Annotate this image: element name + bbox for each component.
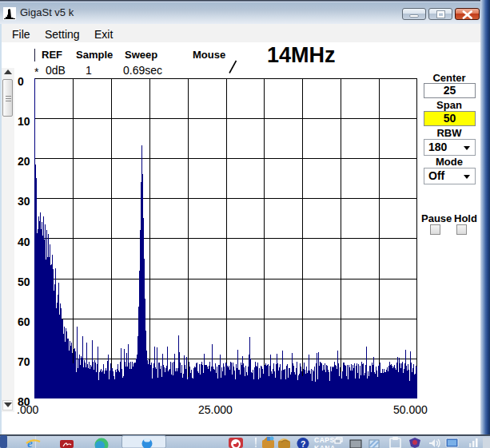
svg-text:?: ? (301, 439, 305, 448)
svg-text:CAPS: CAPS (314, 436, 335, 444)
svg-text:KANA: KANA (314, 444, 336, 448)
